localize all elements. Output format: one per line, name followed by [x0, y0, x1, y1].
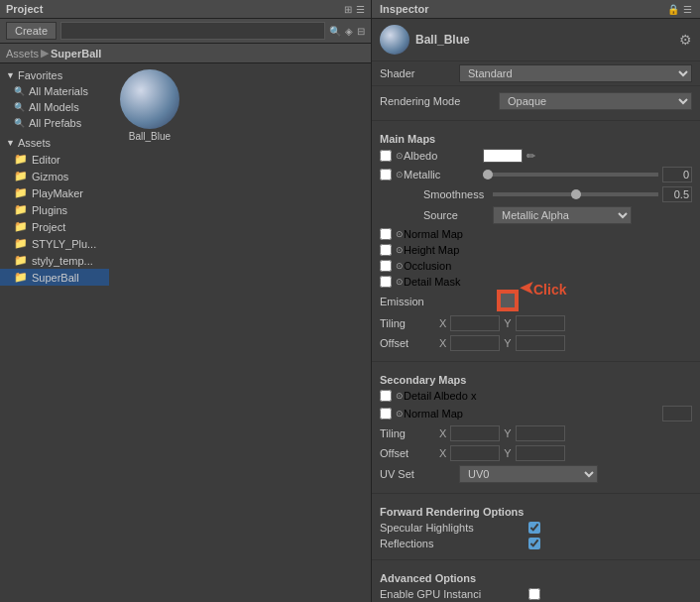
assets-section: ▼ Assets 📁 Editor 📁 Gizmos 📁 PlayMaker 📁 — [0, 135, 109, 286]
occlusion-checkbox[interactable] — [380, 260, 392, 272]
albedo-color-picker[interactable] — [483, 149, 523, 163]
source-label: Source — [404, 209, 493, 221]
sec-tiling-x-field[interactable]: 1 — [450, 425, 500, 441]
sec-offset-x-field[interactable]: 0 — [450, 445, 500, 461]
sec-tiling-row: Tiling X 1 Y 1 — [380, 423, 692, 443]
ball-sphere-preview — [120, 69, 179, 129]
offset-row: Offset X 0 Y 0 — [380, 333, 692, 353]
menu-icon[interactable]: ☰ — [356, 4, 365, 15]
inspector-header: Inspector 🔒 ☰ — [372, 0, 700, 19]
rendering-mode-section: Rendering Mode Opaque — [372, 86, 700, 116]
divider-3 — [372, 493, 700, 494]
sidebar-item-project[interactable]: 📁 Project — [0, 218, 109, 235]
sec-normal-value-field[interactable]: 1 — [662, 406, 692, 421]
assets-header[interactable]: ▼ Assets — [0, 135, 109, 151]
smoothness-content: 0.5 — [493, 186, 692, 202]
uv-set-label: UV Set — [380, 468, 459, 480]
create-button[interactable]: Create — [6, 22, 57, 40]
detail-mask-checkbox[interactable] — [380, 276, 392, 288]
sidebar-item-superball[interactable]: 📁 SuperBall — [0, 269, 109, 286]
gear-icon[interactable]: ⚙ — [679, 32, 692, 48]
albedo-checkbox[interactable] — [380, 150, 392, 162]
sec-offset-values: X 0 Y 0 — [439, 445, 692, 461]
sidebar-item-all-models[interactable]: 🔍 All Models — [0, 99, 109, 115]
sidebar-item-plugins[interactable]: 📁 Plugins — [0, 201, 109, 218]
source-select[interactable]: Metallic Alpha — [493, 206, 632, 224]
lock-icon[interactable]: ⊞ — [344, 4, 352, 15]
shader-select[interactable]: Standard — [459, 64, 692, 82]
occlusion-label: Occlusion — [404, 260, 451, 272]
breadcrumb-assets[interactable]: Assets — [6, 48, 39, 60]
favorites-header[interactable]: ▼ Favorites — [0, 67, 109, 83]
inspector-menu-icon[interactable]: ☰ — [683, 4, 692, 15]
uv-set-select[interactable]: UV0 — [459, 465, 598, 483]
sec-normal-circle: ⊙ — [396, 409, 404, 419]
albedo-label: Albedo — [404, 150, 483, 162]
detail-circle: ⊙ — [396, 277, 404, 287]
detail-mask-label: Detail Mask — [404, 276, 460, 288]
inspector-panel: Inspector 🔒 ☰ Ball_Blue ⚙ Shader Standar… — [372, 0, 700, 602]
smoothness-value-field[interactable]: 0.5 — [662, 186, 692, 202]
sidebar-item-all-materials[interactable]: 🔍 All Materials — [0, 83, 109, 99]
sidebar-item-playmaker[interactable]: 📁 PlayMaker — [0, 184, 109, 201]
height-map-checkbox[interactable] — [380, 244, 392, 256]
sidebar-item-all-prefabs[interactable]: 🔍 All Prefabs — [0, 115, 109, 131]
normal-map-row: ⊙ Normal Map — [380, 226, 692, 242]
occlusion-circle: ⊙ — [396, 261, 404, 271]
metallic-value-field[interactable]: 0 — [662, 167, 692, 182]
search-input[interactable] — [60, 22, 325, 40]
project-content: ▼ Favorites 🔍 All Materials 🔍 All Models… — [0, 63, 371, 602]
rendering-mode-select[interactable]: Opaque — [499, 92, 692, 110]
settings-icon[interactable]: ⊟ — [357, 26, 365, 37]
height-circle: ⊙ — [396, 245, 404, 255]
tiling-y-field[interactable]: 1 — [516, 315, 565, 331]
smoothness-slider[interactable] — [493, 192, 658, 196]
sidebar-item-styly-temp[interactable]: 📁 styly_temp... — [0, 252, 109, 269]
asset-item-ball-blue[interactable]: Ball_Blue — [115, 69, 184, 142]
main-maps-title: Main Maps — [380, 133, 692, 145]
reflections-label: Reflections — [380, 538, 528, 549]
enable-gpu-row: Enable GPU Instanci — [380, 586, 692, 602]
project-toolbar: Create 🔍 ◈ ⊟ — [0, 19, 371, 44]
sidebar-item-styly-plu[interactable]: 📁 STYLY_Plu... — [0, 235, 109, 252]
rendering-mode-label: Rendering Mode — [380, 95, 499, 107]
sec-offset-row: Offset X 0 Y 0 — [380, 443, 692, 463]
inspector-lock-icon[interactable]: 🔒 — [667, 4, 679, 15]
enable-gpu-checkbox[interactable] — [528, 588, 540, 600]
detail-albedo-checkbox[interactable] — [380, 390, 392, 402]
sidebar-item-editor[interactable]: 📁 Editor — [0, 151, 109, 168]
normal-map-checkbox[interactable] — [380, 228, 392, 240]
normal-circle: ⊙ — [396, 229, 404, 239]
filter-icon[interactable]: ◈ — [345, 26, 353, 37]
project-sidebar: ▼ Favorites 🔍 All Materials 🔍 All Models… — [0, 63, 109, 602]
breadcrumb: Assets ▶ SuperBall — [0, 44, 371, 63]
sec-tiling-x-label: X — [439, 427, 446, 439]
height-map-row: ⊙ Height Map — [380, 242, 692, 258]
forward-rendering-title: Forward Rendering Options — [380, 506, 692, 518]
sec-tiling-y-label: Y — [504, 427, 511, 439]
metallic-checkbox[interactable] — [380, 169, 392, 181]
sec-normal-map-checkbox[interactable] — [380, 408, 392, 420]
folder-icon-editor: 📁 — [14, 153, 28, 166]
search-icon[interactable]: 🔍 — [329, 26, 341, 37]
specular-highlights-label: Specular Highlights — [380, 522, 528, 534]
albedo-content: ✏ — [483, 149, 692, 163]
sidebar-item-gizmos[interactable]: 📁 Gizmos — [0, 168, 109, 184]
assets-grid-area: Ball_Blue — [109, 63, 371, 602]
breadcrumb-current[interactable]: SuperBall — [51, 48, 101, 60]
shader-label: Shader — [380, 67, 459, 79]
sec-offset-y-field[interactable]: 0 — [516, 445, 565, 461]
specular-highlights-checkbox[interactable] — [528, 522, 540, 534]
eyedropper-icon[interactable]: ✏ — [526, 150, 535, 163]
reflections-checkbox[interactable] — [528, 538, 540, 549]
advanced-options-title: Advanced Options — [380, 572, 692, 584]
divider-2 — [372, 361, 700, 362]
offset-y-field[interactable]: 0 — [516, 335, 565, 351]
offset-x-field[interactable]: 0 — [450, 335, 500, 351]
sec-tiling-y-field[interactable]: 1 — [516, 425, 565, 441]
emission-checkbox[interactable] — [499, 292, 517, 309]
main-maps-section: Main Maps ⊙ Albedo ✏ ⊙ Metallic — [372, 125, 700, 357]
metallic-slider[interactable] — [483, 173, 658, 177]
tiling-x-field[interactable]: 1 — [450, 315, 500, 331]
offset-y-label: Y — [504, 337, 511, 349]
